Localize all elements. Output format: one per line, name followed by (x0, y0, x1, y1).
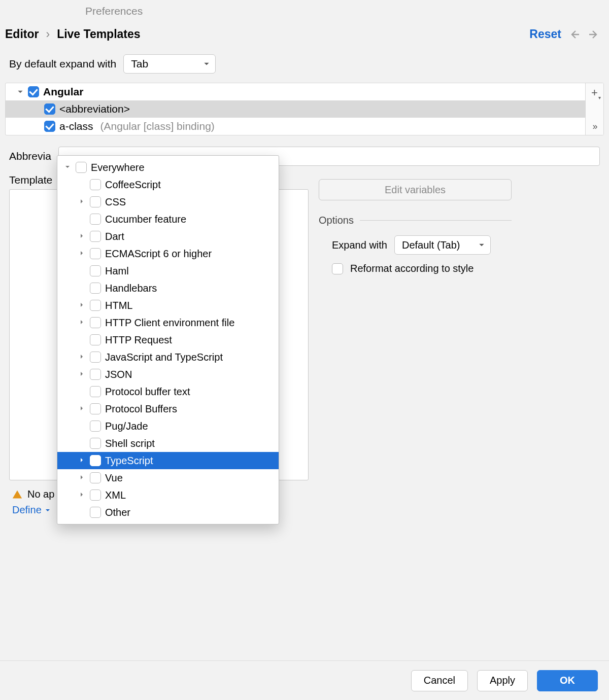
chevron-right-icon (79, 302, 86, 309)
tree-group-angular[interactable]: Angular (6, 83, 603, 100)
context-checkbox[interactable] (90, 231, 101, 242)
chevron-right-icon (79, 319, 86, 326)
abbreviation-label: Abbrevia (9, 150, 51, 162)
options-header: Options (319, 215, 354, 226)
context-item-http-request[interactable]: HTTP Request (57, 331, 279, 348)
context-checkbox[interactable] (90, 403, 101, 414)
context-checkbox[interactable] (90, 196, 101, 207)
reformat-checkbox[interactable] (332, 263, 343, 274)
divider (360, 220, 512, 221)
add-template-button[interactable]: +▾ (591, 86, 598, 99)
context-item-label: Cucumber feature (105, 214, 186, 225)
context-checkbox[interactable] (90, 214, 101, 225)
context-item-label: Everywhere (91, 162, 145, 173)
context-item-pug-jade[interactable]: Pug/Jade (57, 417, 279, 435)
context-item-protocol-buffers[interactable]: Protocol Buffers (57, 400, 279, 417)
context-item-label: XML (105, 489, 126, 501)
context-item-javascript-and-typescript[interactable]: JavaScript and TypeScript (57, 348, 279, 366)
reformat-label: Reformat according to style (350, 263, 473, 274)
cancel-button[interactable]: Cancel (411, 670, 468, 691)
expand-default-select[interactable]: Tab (123, 54, 216, 74)
context-item-css[interactable]: CSS (57, 193, 279, 211)
context-item-label: Pug/Jade (105, 421, 148, 432)
tree-item-label: <abbreviation> (59, 103, 130, 115)
context-item-cucumber-feature[interactable]: Cucumber feature (57, 211, 279, 228)
context-item-dart[interactable]: Dart (57, 228, 279, 245)
expand-default-label: By default expand with (9, 58, 116, 70)
expand-with-label: Expand with (332, 239, 387, 251)
context-item-label: HTTP Request (105, 334, 172, 346)
context-checkbox[interactable] (90, 300, 101, 311)
context-checkbox[interactable] (90, 489, 101, 501)
context-item-label: HTTP Client environment file (105, 317, 234, 329)
context-checkbox[interactable] (90, 472, 101, 483)
context-checkbox[interactable] (90, 265, 101, 276)
context-item-xml[interactable]: XML (57, 486, 279, 504)
ok-button[interactable]: OK (537, 670, 598, 691)
context-item-html[interactable]: HTML (57, 297, 279, 314)
context-item-coffeescript[interactable]: CoffeeScript (57, 176, 279, 193)
context-item-json[interactable]: JSON (57, 366, 279, 383)
checkbox-angular[interactable] (28, 86, 39, 97)
context-item-ecmascript-6-or-higher[interactable]: ECMAScript 6 or higher (57, 245, 279, 262)
context-checkbox[interactable] (76, 162, 87, 173)
reset-link[interactable]: Reset (529, 27, 561, 41)
context-item-label: HTML (105, 300, 132, 311)
context-item-protocol-buffer-text[interactable]: Protocol buffer text (57, 383, 279, 400)
window-title: Preferences (0, 0, 609, 27)
chevron-right-icon (79, 198, 86, 205)
context-item-other[interactable]: Other (57, 504, 279, 521)
context-item-label: JSON (105, 369, 132, 380)
context-checkbox[interactable] (90, 179, 101, 190)
forward-arrow-icon[interactable] (588, 28, 600, 41)
context-checkbox[interactable] (90, 455, 101, 466)
context-item-label: Shell script (105, 438, 155, 449)
context-checkbox[interactable] (90, 352, 101, 363)
context-item-http-client-environment-file[interactable]: HTTP Client environment file (57, 314, 279, 331)
context-checkbox[interactable] (90, 438, 101, 449)
breadcrumb: Editor › Live Templates Reset (0, 27, 609, 52)
context-item-label: CoffeeScript (105, 179, 161, 191)
context-item-typescript[interactable]: TypeScript (57, 452, 279, 469)
tree-item-abbreviation[interactable]: <abbreviation> (6, 100, 603, 118)
context-checkbox[interactable] (90, 369, 101, 380)
chevron-right-icon (79, 233, 86, 240)
checkbox-aclass[interactable] (44, 121, 55, 132)
context-checkbox[interactable] (90, 248, 101, 259)
tree-item-aclass[interactable]: a-class (Angular [class] binding) (6, 118, 603, 135)
context-item-shell-script[interactable]: Shell script (57, 435, 279, 452)
back-arrow-icon[interactable] (568, 28, 581, 41)
context-checkbox[interactable] (90, 283, 101, 294)
tree-toolbar: +▾ ›› (585, 83, 603, 135)
chevron-right-icon (79, 250, 86, 257)
context-checkbox[interactable] (90, 386, 101, 397)
context-item-vue[interactable]: Vue (57, 469, 279, 486)
context-item-everywhere[interactable]: Everywhere (57, 159, 279, 176)
edit-variables-button[interactable]: Edit variables (319, 179, 512, 200)
context-checkbox[interactable] (90, 507, 101, 518)
context-item-label: ECMAScript 6 or higher (105, 248, 212, 260)
context-item-handlebars[interactable]: Handlebars (57, 279, 279, 297)
chevron-right-icon (79, 405, 86, 412)
context-item-label: Vue (105, 472, 123, 484)
chevron-right-icon (79, 371, 86, 378)
context-item-haml[interactable]: Haml (57, 262, 279, 279)
context-item-label: JavaScript and TypeScript (105, 352, 223, 363)
tree-item-hint: (Angular [class] binding) (100, 120, 215, 132)
context-checkbox[interactable] (90, 421, 101, 432)
checkbox-abbreviation[interactable] (44, 103, 55, 115)
chevron-down-icon[interactable] (17, 88, 24, 95)
chevron-right-icon (79, 457, 86, 464)
context-checkbox[interactable] (90, 334, 101, 345)
chevron-right-icon (79, 354, 86, 361)
expand-default-value: Tab (131, 58, 148, 70)
context-popup[interactable]: EverywhereCoffeeScriptCSSCucumber featur… (57, 155, 279, 524)
more-tools-button[interactable]: ›› (593, 121, 597, 132)
chevron-down-icon (203, 60, 210, 67)
breadcrumb-level1[interactable]: Editor (5, 27, 39, 41)
expand-with-select[interactable]: Default (Tab) (394, 235, 491, 255)
apply-button[interactable]: Apply (477, 670, 528, 691)
context-checkbox[interactable] (90, 317, 101, 328)
context-item-label: Other (105, 507, 130, 518)
define-context-link[interactable]: Define (12, 504, 51, 516)
